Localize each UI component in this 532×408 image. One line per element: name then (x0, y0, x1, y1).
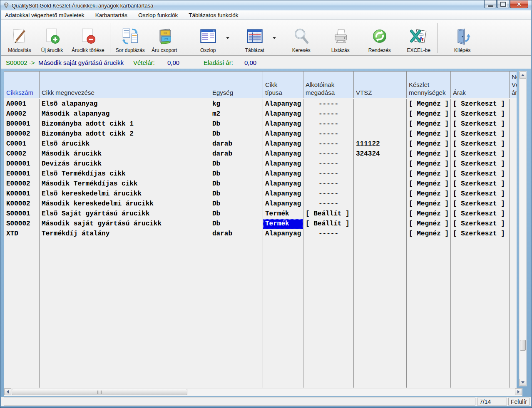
cell-netto[interactable] (510, 129, 517, 139)
cell-megnevezes[interactable]: Elsõ alapanyag (40, 99, 210, 109)
cell-tipus[interactable]: Alapanyag (263, 119, 303, 129)
cell-arak-szerkeszt[interactable]: [ Szerkeszt ] (451, 169, 510, 179)
cell-arak-szerkeszt[interactable] (451, 239, 510, 388)
cell-egyseg[interactable]: darab (210, 229, 263, 239)
minimize-button[interactable] (484, 0, 497, 8)
cell-tipus[interactable]: Alapanyag (263, 139, 303, 149)
toolbar-button-listazas[interactable]: Listázás (325, 22, 356, 54)
cell-netto[interactable] (510, 99, 517, 109)
cell-keszlet-megnez[interactable]: [ Megnéz ] (407, 129, 451, 139)
menu-item-karbantartas[interactable]: Karbantartás (95, 12, 127, 18)
cell-egyseg[interactable]: Db (210, 169, 263, 179)
cell-tipus[interactable]: Alapanyag (263, 229, 303, 239)
toolbar-button-rendezes[interactable]: Rendezés (364, 22, 395, 54)
cell-egyseg[interactable]: darab (210, 139, 263, 149)
cell-netto[interactable] (510, 149, 517, 159)
cell-megnevezes[interactable]: Második árucikk (40, 149, 210, 159)
cell-alkoto[interactable] (303, 239, 354, 388)
cell-tipus[interactable]: Alapanyag (263, 129, 303, 139)
cell-alkoto[interactable]: [ Beállít ] (303, 219, 354, 229)
cell-keszlet-megnez[interactable]: [ Megnéz ] (407, 99, 451, 109)
cell-netto[interactable] (510, 199, 517, 209)
header-cell-vtsz[interactable]: VTSZ (354, 72, 407, 98)
cell-megnevezes[interactable]: Elsõ kereskedelmi árucikk (40, 189, 210, 199)
header-cell-egyseg[interactable]: Egység (210, 72, 263, 98)
cell-alkoto[interactable]: ----- (303, 139, 354, 149)
cell-alkoto[interactable]: ----- (303, 199, 354, 209)
cell-arak-szerkeszt[interactable]: [ Szerkeszt ] (451, 159, 510, 169)
cell-arak-szerkeszt[interactable]: [ Szerkeszt ] (451, 129, 510, 139)
cell-alkoto[interactable]: ----- (303, 109, 354, 119)
cell-arak-szerkeszt[interactable]: [ Szerkeszt ] (451, 99, 510, 109)
cell-vtsz[interactable] (354, 229, 407, 239)
cell-netto[interactable] (510, 119, 517, 129)
cell-cikkszam[interactable]: XTD (4, 229, 40, 239)
cell-cikkszam[interactable]: S00001 (4, 209, 40, 219)
cell-vtsz[interactable]: 111122 (354, 139, 407, 149)
cell-netto[interactable] (510, 239, 517, 388)
header-cell-tipus[interactable]: Cikk típusa (263, 72, 303, 98)
cell-cikkszam[interactable]: A0001 (4, 99, 40, 109)
cell-arak-szerkeszt[interactable]: [ Szerkeszt ] (451, 109, 510, 119)
cell-arak-szerkeszt[interactable]: [ Szerkeszt ] (451, 219, 510, 229)
cell-megnevezes[interactable]: Második kereskedelmi árucikk (40, 199, 210, 209)
toolbar-button-uj-arucikk[interactable]: Új árucikk (36, 22, 68, 54)
tablazat-dropdown-arrow[interactable] (271, 22, 278, 54)
cell-vtsz[interactable] (354, 109, 407, 119)
header-cell-arak[interactable]: Árak (451, 72, 510, 98)
cell-cikkszam[interactable]: K00001 (4, 189, 40, 199)
vertical-scroll-thumb[interactable] (520, 340, 526, 351)
cell-egyseg[interactable]: Db (210, 159, 263, 169)
cell-alkoto[interactable]: ----- (303, 189, 354, 199)
cell-megnevezes[interactable]: Második alapanyag (40, 109, 210, 119)
scroll-up-button[interactable] (520, 72, 526, 79)
cell-egyseg[interactable]: Db (210, 119, 263, 129)
cell-vtsz[interactable] (354, 99, 407, 109)
header-cell-keszlet[interactable]: Készlet mennyiségek (407, 72, 451, 98)
cell-keszlet-megnez[interactable]: [ Megnéz ] (407, 199, 451, 209)
cell-egyseg[interactable]: Db (210, 129, 263, 139)
cell-netto[interactable] (510, 109, 517, 119)
scroll-down-button[interactable] (520, 379, 526, 386)
cell-alkoto[interactable]: ----- (303, 159, 354, 169)
toolbar-button-tablazat[interactable]: Táblázat (239, 22, 271, 54)
cell-vtsz[interactable] (354, 119, 407, 129)
cell-megnevezes[interactable]: Bizományba adott cikk 1 (40, 119, 210, 129)
cell-alkoto[interactable]: [ Beállít ] (303, 209, 354, 219)
cell-tipus[interactable]: Alapanyag (263, 179, 303, 189)
cell-megnevezes[interactable]: Második Termékdíjas cikk (40, 179, 210, 189)
cell-alkoto[interactable]: ----- (303, 99, 354, 109)
cell-egyseg[interactable]: Db (210, 219, 263, 229)
cell-alkoto[interactable]: ----- (303, 119, 354, 129)
cell-keszlet-megnez[interactable]: [ Megnéz ] (407, 169, 451, 179)
horizontal-scroll-thumb[interactable] (12, 389, 187, 395)
cell-alkoto[interactable]: ----- (303, 229, 354, 239)
cell-netto[interactable] (510, 169, 517, 179)
cell-megnevezes[interactable]: Elsõ Termékdíjas cikk (40, 169, 210, 179)
cell-egyseg[interactable] (210, 239, 263, 388)
cell-keszlet-megnez[interactable]: [ Megnéz ] (407, 139, 451, 149)
cell-megnevezes[interactable]: Második saját gyártású árucikk (40, 219, 210, 229)
horizontal-scrollbar[interactable] (4, 388, 522, 396)
cell-cikkszam[interactable]: E00001 (4, 169, 40, 179)
cell-egyseg[interactable]: Db (210, 209, 263, 219)
cell-alkoto[interactable]: ----- (303, 129, 354, 139)
cell-cikkszam[interactable] (4, 239, 40, 388)
cell-keszlet-megnez[interactable]: [ Megnéz ] (407, 189, 451, 199)
cell-netto[interactable] (510, 139, 517, 149)
cell-arak-szerkeszt[interactable]: [ Szerkeszt ] (451, 229, 510, 239)
cell-cikkszam[interactable]: E00002 (4, 179, 40, 189)
cell-netto[interactable] (510, 179, 517, 189)
cell-arak-szerkeszt[interactable]: [ Szerkeszt ] (451, 209, 510, 219)
cell-vtsz[interactable] (354, 219, 407, 229)
cell-megnevezes[interactable]: Devizás árucikk (40, 159, 210, 169)
cell-arak-szerkeszt[interactable]: [ Szerkeszt ] (451, 189, 510, 199)
cell-cikkszam[interactable]: C0002 (4, 149, 40, 159)
toolbar-button-kilepes[interactable]: Kilépés (447, 22, 478, 54)
menu-item-oszlop-funkciok[interactable]: Oszlop funkciók (138, 12, 178, 18)
cell-megnevezes[interactable] (40, 239, 210, 388)
cell-megnevezes[interactable]: Bizományba adott cikk 2 (40, 129, 210, 139)
cell-vtsz[interactable] (354, 189, 407, 199)
cell-tipus[interactable]: Termék (263, 209, 303, 219)
cell-tipus[interactable] (263, 239, 303, 388)
